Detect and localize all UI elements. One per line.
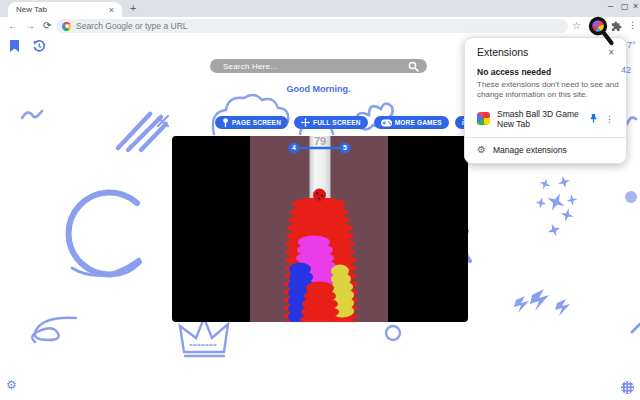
more-games-button[interactable]: MORE GAMES	[374, 116, 449, 129]
browser-toolbar: ← → ⟳ Search Google or type a URL ☆ ⋮	[0, 17, 640, 36]
extension-menu-icon[interactable]: ⋮	[605, 114, 614, 124]
pin-extension-icon[interactable]	[589, 113, 598, 124]
page-search-placeholder: Search Here...	[223, 62, 408, 71]
extensions-puzzle-icon[interactable]	[611, 21, 622, 32]
window-minimize-icon[interactable]: –	[608, 1, 613, 11]
greeting-text: Good Morning.	[210, 84, 427, 94]
extensions-popup: Extensions × No access needed These exte…	[464, 37, 627, 164]
doodle-lightning-bolts	[514, 289, 570, 316]
tab-title: New Tab	[16, 5, 109, 14]
manage-extensions-label: Manage extensions	[493, 145, 567, 155]
popup-description: These extensions don't need to see and c…	[465, 80, 631, 101]
full-screen-button[interactable]: FULL SCREEN	[294, 116, 368, 129]
doodle-squiggle	[22, 111, 42, 118]
pin-icon	[222, 118, 229, 127]
popup-section-heading: No access needed	[465, 67, 626, 77]
window-maximize-icon[interactable]: ▢	[621, 2, 629, 11]
move-arrows-icon	[301, 118, 310, 127]
browser-window: New Tab × + – ▢ × ← → ⟳ Search Google or…	[0, 0, 640, 400]
tab-strip: New Tab × + – ▢ ×	[0, 0, 640, 17]
game-extension-icon[interactable]	[590, 19, 606, 35]
popup-title: Extensions	[477, 46, 608, 58]
window-close-icon[interactable]: ×	[633, 1, 638, 11]
forward-icon[interactable]: →	[25, 20, 35, 31]
game-screen: 79 4 5	[250, 136, 388, 322]
doodle-sparkle-cluster	[514, 174, 637, 316]
google-icon	[62, 22, 71, 31]
doodle-circle-small	[386, 326, 400, 340]
doodle-crown	[180, 318, 228, 356]
tab-close-icon[interactable]: ×	[109, 5, 114, 15]
extension-name: Smash Ball 3D Game New Tab	[497, 109, 582, 129]
level-next: 5	[343, 144, 347, 151]
search-icon[interactable]	[408, 61, 419, 72]
doodle-spark	[158, 116, 168, 126]
game-render: 79 4 5	[250, 136, 388, 322]
manage-gear-icon: ⚙	[477, 145, 486, 155]
doodle-dot	[625, 191, 637, 203]
weather-temp-fragment: 7°	[627, 40, 636, 50]
page-screen-button[interactable]: PAGE SCREEN	[215, 116, 288, 129]
doodle-spiral	[32, 318, 76, 342]
bookmark-icon[interactable]	[10, 40, 19, 52]
back-icon[interactable]: ←	[8, 20, 18, 31]
new-tab-icon[interactable]: +	[130, 2, 136, 14]
address-bar[interactable]: Search Google or type a URL	[56, 19, 568, 33]
game-ball	[313, 189, 326, 202]
doodle-hatch-lines	[118, 114, 166, 150]
address-bar-placeholder: Search Google or type a URL	[76, 21, 188, 31]
level-current: 4	[292, 144, 296, 151]
doodle-crescent-c-inner	[72, 259, 139, 275]
tab-new-tab[interactable]: New Tab ×	[8, 2, 122, 17]
game-score: 79	[314, 136, 326, 147]
extension-row[interactable]: Smash Ball 3D Game New Tab ⋮	[465, 109, 626, 129]
manage-extensions-row[interactable]: ⚙ Manage extensions	[465, 138, 626, 163]
doodle-dash	[632, 324, 640, 332]
doodle-crescent-c	[69, 192, 139, 274]
bookmark-star-icon[interactable]: ☆	[572, 20, 581, 31]
settings-gear-icon[interactable]: ⚙	[6, 378, 17, 392]
game-canvas[interactable]: 79 4 5	[172, 136, 468, 322]
browser-menu-icon[interactable]: ⋮	[628, 20, 637, 30]
history-icon[interactable]	[33, 40, 45, 52]
popup-close-icon[interactable]: ×	[608, 47, 614, 58]
reload-icon[interactable]: ⟳	[43, 20, 51, 31]
page-search-input[interactable]: Search Here...	[210, 59, 427, 73]
extension-favicon	[477, 112, 490, 125]
weather-value-fragment: 42	[621, 65, 631, 75]
gamepad-icon	[381, 119, 392, 127]
apps-grid-icon[interactable]	[621, 381, 634, 394]
